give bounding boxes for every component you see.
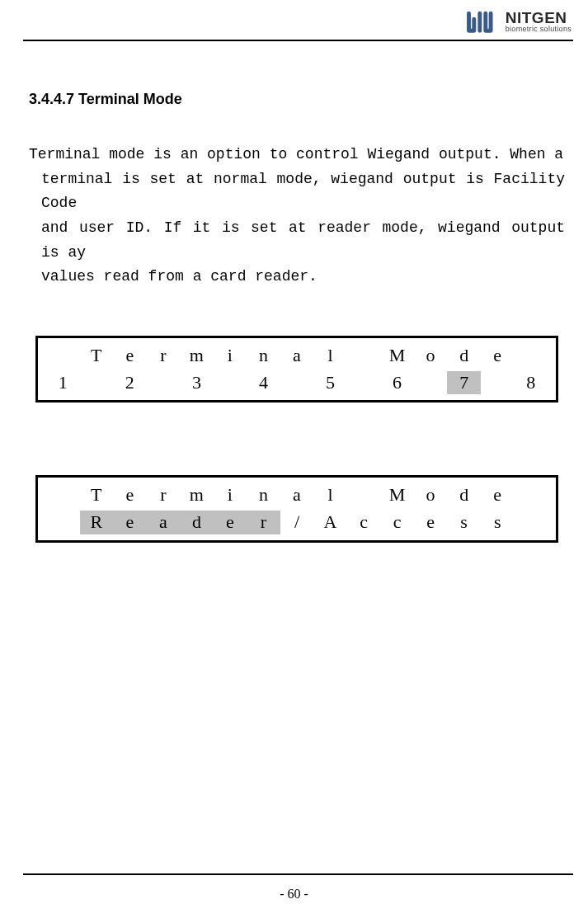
terminal-cell: s: [481, 511, 515, 534]
terminal-cell: M: [380, 483, 414, 507]
terminal-cell: l: [313, 344, 347, 368]
content: 3.4.4.7 Terminal Mode Terminal mode is a…: [0, 41, 588, 543]
terminal-cell: o: [414, 483, 448, 507]
body-line-1: Terminal mode is an option to control Wi…: [29, 143, 565, 167]
terminal-cell: [147, 371, 181, 395]
terminal-box-1-row-2: 1 2 3 4 5 6 7 8: [38, 370, 556, 397]
terminal-cell: T: [80, 344, 114, 368]
terminal-cell: d: [180, 511, 214, 534]
terminal-cell: 1: [46, 371, 80, 395]
terminal-cell: 8: [514, 371, 548, 395]
terminal-box-1-row-1: Terminal Mode: [38, 342, 556, 370]
terminal-cell: i: [214, 344, 247, 368]
terminal-cell: [46, 483, 80, 507]
terminal-cell: [481, 371, 515, 395]
terminal-cell: 3: [180, 371, 214, 395]
terminal-cell: [46, 344, 80, 368]
terminal-cell: [514, 344, 548, 368]
terminal-cell: r: [147, 483, 181, 507]
terminal-cell: c: [380, 511, 414, 534]
terminal-cell: [347, 371, 381, 395]
terminal-cell: e: [214, 511, 247, 534]
terminal-cell: [80, 371, 114, 395]
terminal-cell: [214, 371, 247, 395]
logo-text-main: NITGEN: [506, 10, 572, 26]
terminal-cell: n: [247, 344, 280, 368]
terminal-cell: 2: [113, 371, 147, 395]
terminal-cell: e: [113, 511, 147, 534]
section-name: Terminal Mode: [78, 91, 182, 107]
terminal-cell: a: [280, 344, 314, 368]
section-title: 3.4.4.7 Terminal Mode: [29, 91, 565, 108]
terminal-box-2-row-1: Terminal Mode: [38, 482, 556, 509]
footer-divider: [23, 873, 573, 875]
logo-text-sub: biometric solutions: [506, 26, 572, 33]
terminal-cell: e: [481, 483, 515, 507]
terminal-cell: 4: [247, 371, 280, 395]
body-line-3: and user ID. If it is set at reader mode…: [29, 216, 565, 265]
terminal-cell: d: [447, 344, 481, 368]
terminal-cell: a: [280, 483, 314, 507]
terminal-cell: 6: [380, 371, 414, 395]
terminal-cell: e: [113, 344, 147, 368]
terminal-cell: [514, 483, 548, 507]
terminal-cell: [414, 371, 448, 395]
terminal-cell: i: [214, 483, 247, 507]
logo-text: NITGEN biometric solutions: [506, 10, 572, 33]
terminal-cell: [280, 371, 314, 395]
terminal-cell: m: [180, 344, 214, 368]
terminal-box-2-row-2: Reader/Access: [38, 509, 556, 536]
terminal-cell: s: [447, 511, 481, 534]
body-line-4: values read from a card reader.: [29, 265, 565, 290]
terminal-cell: l: [313, 483, 347, 507]
terminal-cell: [514, 511, 548, 534]
terminal-cell: M: [380, 344, 414, 368]
terminal-cell: n: [247, 483, 280, 507]
logo: NITGEN biometric solutions: [466, 10, 572, 33]
terminal-cell: [347, 483, 381, 507]
header: NITGEN biometric solutions: [0, 0, 588, 40]
section-number: 3.4.4.7: [29, 91, 74, 107]
terminal-cell: 5: [313, 371, 347, 395]
body-paragraph: Terminal mode is an option to control Wi…: [29, 143, 565, 290]
page-number: - 60 -: [0, 887, 588, 902]
terminal-cell: [347, 344, 381, 368]
terminal-cell: m: [180, 483, 214, 507]
terminal-cell: e: [481, 344, 515, 368]
terminal-box-2: Terminal Mode Reader/Access: [35, 475, 558, 542]
terminal-cell: e: [414, 511, 448, 534]
terminal-cell: r: [147, 344, 181, 368]
terminal-cell: d: [447, 483, 481, 507]
terminal-cell: e: [113, 483, 147, 507]
terminal-cell: /: [280, 511, 314, 534]
terminal-cell: r: [247, 511, 280, 534]
terminal-cell: c: [347, 511, 381, 534]
body-line-2: terminal is set at normal mode, wiegand …: [29, 167, 565, 216]
terminal-cell: A: [313, 511, 347, 534]
terminal-cell: a: [147, 511, 181, 534]
nitgen-logo-icon: [466, 10, 501, 33]
box-spacer: [29, 403, 565, 475]
terminal-cell: [46, 511, 80, 534]
terminal-cell: T: [80, 483, 114, 507]
terminal-cell: 7: [447, 371, 481, 395]
terminal-cell: R: [80, 511, 114, 534]
terminal-box-1: Terminal Mode 1 2 3 4 5 6 7 8: [35, 336, 558, 403]
terminal-cell: o: [414, 344, 448, 368]
